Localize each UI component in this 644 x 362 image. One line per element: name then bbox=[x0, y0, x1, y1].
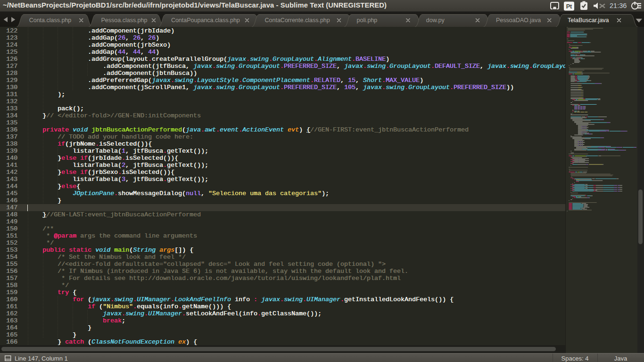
svg-text:poli.php: poli.php bbox=[357, 17, 378, 24]
svg-text:21:36: 21:36 bbox=[610, 2, 627, 9]
svg-text:Conta.class.php: Conta.class.php bbox=[29, 17, 72, 24]
svg-text:ContaCorrente.class.php: ContaCorrente.class.php bbox=[265, 17, 330, 24]
svg-text:PessoaDAO.java: PessoaDAO.java bbox=[496, 17, 541, 24]
svg-text:Pt: Pt bbox=[566, 3, 572, 10]
svg-text:Pessoa.class.php: Pessoa.class.php bbox=[101, 17, 148, 24]
svg-text:dow.py: dow.py bbox=[426, 17, 445, 24]
svg-text:TelaBuscar.java: TelaBuscar.java bbox=[568, 17, 609, 24]
svg-text:ContaPoupanca.class.php: ContaPoupanca.class.php bbox=[171, 17, 240, 24]
